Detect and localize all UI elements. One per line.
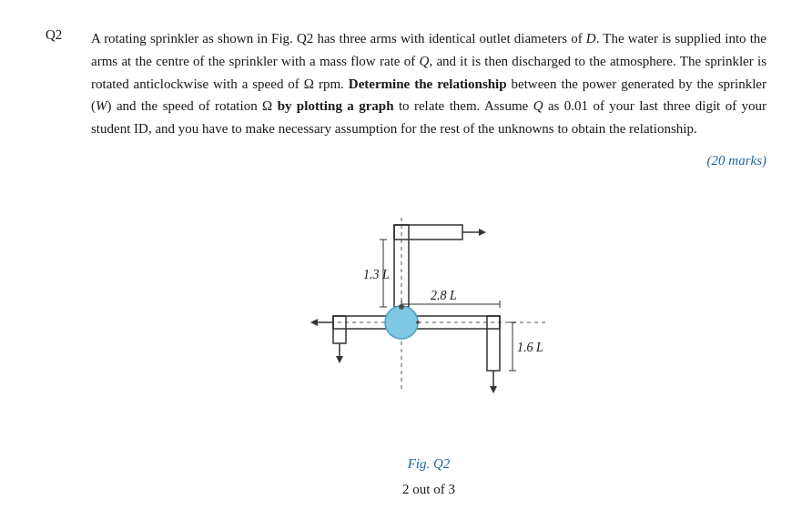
svg-rect-2	[394, 225, 409, 307]
question-label: Q2	[46, 27, 73, 501]
svg-rect-7	[487, 316, 500, 371]
question-text: A rotating sprinkler as shown in Fig. Q2…	[91, 27, 766, 501]
marks: (20 marks)	[91, 149, 766, 172]
question-block: Q2 A rotating sprinkler as shown in Fig.…	[46, 27, 766, 501]
svg-rect-11	[333, 316, 346, 343]
svg-text:1.3 L: 1.3 L	[363, 268, 390, 281]
svg-marker-15	[310, 319, 318, 326]
svg-point-18	[416, 321, 420, 324]
svg-text:1.6 L: 1.6 L	[517, 341, 543, 354]
svg-text:2.8 L: 2.8 L	[431, 289, 457, 302]
question-paragraph: A rotating sprinkler as shown in Fig. Q2…	[91, 27, 766, 140]
figure-area: 1.3 L 2.8 L 1.6 L Fig. Q2 2 out of 3	[91, 190, 766, 502]
sprinkler-diagram: 1.3 L 2.8 L 1.6 L	[283, 190, 574, 445]
figure-label: Fig. Q2	[408, 453, 451, 475]
svg-marker-5	[479, 229, 486, 236]
page-label: 2 out of 3	[402, 478, 455, 501]
svg-rect-3	[394, 225, 462, 240]
svg-point-16	[385, 306, 418, 339]
svg-marker-9	[490, 386, 497, 393]
svg-marker-13	[336, 356, 343, 363]
